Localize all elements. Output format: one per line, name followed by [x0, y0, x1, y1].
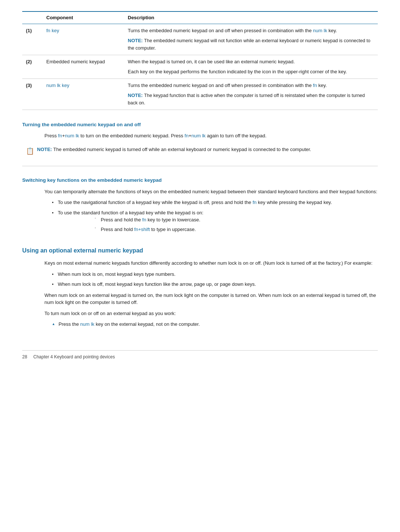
table-row: (1) fn key Turns the embedded numeric ke… — [22, 24, 378, 55]
page-footer: 28 Chapter 4 Keyboard and pointing devic… — [22, 350, 378, 360]
table-row: (3) num lk key Turns the embedded numeri… — [22, 78, 378, 110]
section3-body2: When num lock on an external keypad is t… — [44, 292, 378, 306]
section3-triangle-list: Press the num lk key on the external key… — [52, 321, 378, 328]
section3-bullet-1: When num lock is on, most keypad keys ty… — [52, 271, 378, 278]
row3-component: num lk key — [43, 78, 124, 110]
section3-body1: Keys on most external numeric keypads fu… — [44, 260, 378, 267]
section2-body: You can temporarily alternate the functi… — [44, 188, 378, 195]
table-col-component-header: Component — [43, 11, 124, 24]
fn-link-r3[interactable]: fn — [313, 83, 317, 88]
section2-sub-bullet-1: Press and hold the fn key to type in low… — [95, 216, 378, 224]
section2-bullet-list: To use the navigational function of a ke… — [52, 199, 378, 233]
fn-key-link[interactable]: fn key — [46, 28, 59, 33]
row3-note-body: The keypad function that is active when … — [128, 93, 365, 106]
row2-desc-main: When the keypad is turned on, it can be … — [128, 59, 295, 64]
section3-heading: Using an optional external numeric keypa… — [22, 246, 378, 255]
row2-component: Embedded numeric keypad — [43, 55, 124, 78]
num-lk-link-r1[interactable]: num lk — [313, 28, 327, 33]
num-lk-link-s1b[interactable]: num lk — [191, 133, 206, 138]
row3-note-label: NOTE: — [128, 93, 143, 98]
fn-shift-link-s2sb2[interactable]: fn+shift — [134, 227, 150, 232]
section1-note-text: NOTE: The embedded numeric keypad is tur… — [37, 146, 311, 153]
note-icon: 📋 — [26, 146, 34, 156]
section1-note-label: NOTE: — [37, 147, 52, 152]
num-lk-link-s1a[interactable]: num lk — [65, 133, 79, 138]
row1-description: Turns the embedded numeric keypad on and… — [124, 24, 378, 55]
section2-bullet-2: To use the standard function of a keypad… — [52, 209, 378, 233]
row3-description: Turns the embedded numeric keypad on and… — [124, 78, 378, 110]
row1-component: fn key — [43, 24, 124, 55]
section1-heading: Turning the embedded numeric keypad on a… — [22, 121, 378, 128]
section2-sub-bullet-2: Press and hold fn+shift to type in upper… — [95, 226, 378, 233]
fn-link-s1b[interactable]: fn — [184, 133, 189, 138]
row2-extra: Each key on the keypad performs the func… — [128, 68, 374, 76]
num-lk-key-link[interactable]: num lk key — [46, 83, 69, 88]
fn-link-s2b1[interactable]: fn — [253, 200, 257, 205]
section1-body: Press fn+num lk to turn on the embedded … — [44, 132, 378, 140]
table-col-description-header: Description — [124, 11, 378, 24]
row3-note: NOTE: The keypad function that is active… — [128, 92, 374, 107]
section1-note-body: The embedded numeric keypad is turned of… — [53, 147, 311, 152]
section1-note-box: 📋 NOTE: The embedded numeric keypad is t… — [22, 144, 378, 158]
section-divider — [22, 166, 378, 166]
row1-num: (1) — [22, 24, 43, 55]
row1-desc-main: Turns the embedded numeric keypad on and… — [128, 28, 337, 33]
section3-bullet-2: When num lock is off, most keypad keys f… — [52, 281, 378, 288]
fn-link-s1a[interactable]: fn — [58, 133, 62, 138]
section2-heading: Switching key functions on the embedded … — [22, 177, 378, 184]
row2-num: (2) — [22, 55, 43, 78]
component-table: Component Description (1) fn key Turns t… — [22, 11, 378, 110]
section3-body3: To turn num lock on or off on an externa… — [44, 310, 378, 317]
footer-page: 28 — [22, 354, 27, 359]
row1-note: NOTE: The embedded numeric keypad will n… — [128, 37, 374, 52]
row3-num: (3) — [22, 78, 43, 110]
row3-desc-main: Turns the embedded numeric keypad on and… — [128, 83, 327, 88]
section3-triangle-bullet: Press the num lk key on the external key… — [52, 321, 378, 328]
section2-sub-list: Press and hold the fn key to type in low… — [95, 216, 378, 233]
table-col-num-header — [22, 11, 43, 24]
fn-link-s2sb1[interactable]: fn — [142, 217, 146, 222]
row1-note-label: NOTE: — [128, 38, 143, 43]
table-row: (2) Embedded numeric keypad When the key… — [22, 55, 378, 78]
section3-bullet-list: When num lock is on, most keypad keys ty… — [52, 271, 378, 288]
section2-bullet-1: To use the navigational function of a ke… — [52, 199, 378, 206]
num-lk-link-s3[interactable]: num lk — [80, 321, 94, 327]
row1-note-body: The embedded numeric keypad will not fun… — [128, 38, 370, 51]
footer-chapter: Chapter 4 Keyboard and pointing devices — [33, 354, 115, 359]
row2-desc-extra: Each key on the keypad performs the func… — [128, 69, 347, 74]
row2-description: When the keypad is turned on, it can be … — [124, 55, 378, 78]
